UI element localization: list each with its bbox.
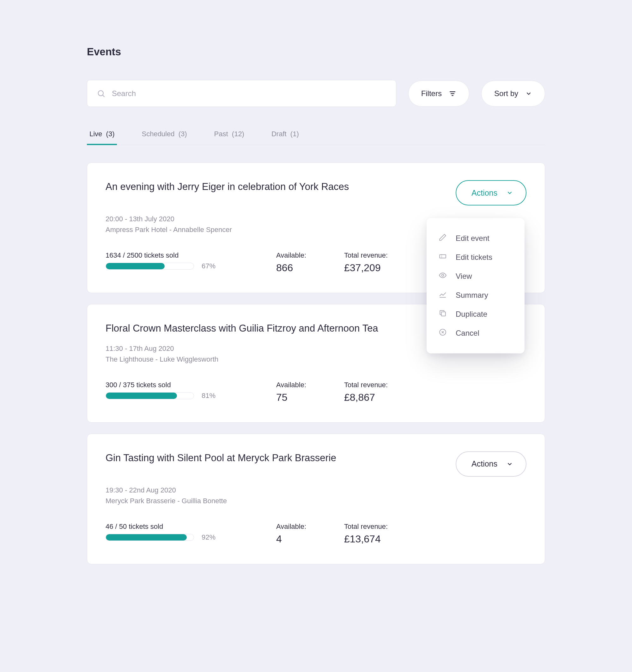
search-icon [97,89,105,98]
filters-label: Filters [421,89,442,98]
cancel-icon [439,328,447,338]
progress-bar [105,263,194,270]
svg-rect-3 [451,93,455,94]
menu-item-edit-tickets[interactable]: Edit tickets [427,248,525,267]
menu-item-label: Summary [456,291,488,299]
tabs: Live (3)Scheduled (3)Past (12)Draft (1) [87,124,545,145]
svg-rect-9 [441,312,445,316]
event-title: Floral Crown Masterclass with Guilia Fit… [105,322,378,335]
chevron-down-icon [506,460,513,467]
svg-line-1 [103,95,104,97]
tab-live[interactable]: Live (3) [87,124,117,145]
revenue-value: £13,674 [344,533,388,545]
tab-past[interactable]: Past (12) [212,124,247,145]
progress-percent: 92% [202,533,216,542]
progress-bar [105,534,194,541]
menu-item-cancel[interactable]: Cancel [427,324,525,343]
page-title: Events [87,46,545,58]
chart-icon [439,290,447,300]
menu-item-label: Cancel [456,329,479,338]
eye-icon [439,271,447,281]
chevron-down-icon [506,189,513,196]
sort-button[interactable]: Sort by [481,80,545,106]
sort-label: Sort by [494,89,518,98]
svg-point-7 [442,274,444,277]
menu-item-edit-event[interactable]: Edit event [427,229,525,248]
available-value: 4 [276,533,306,545]
actions-button[interactable]: Actions [456,180,527,206]
event-venue-host: Meryck Park Brasserie - Guillia Bonette [105,497,527,505]
progress-percent: 67% [202,262,216,270]
actions-button[interactable]: Actions [456,451,527,477]
available-value: 75 [276,392,306,403]
event-venue-host: The Lighthouse - Luke Wigglesworth [105,355,527,363]
pencil-icon [439,233,447,243]
actions-menu: Edit eventEdit ticketsViewSummaryDuplica… [427,218,525,353]
progress-percent: 81% [202,392,216,400]
revenue-value: £8,867 [344,392,388,403]
ticket-icon [439,252,447,262]
filter-icon [449,90,456,97]
revenue-value: £37,209 [344,262,388,274]
actions-label: Actions [471,459,497,469]
menu-item-label: Edit tickets [456,253,492,262]
filters-button[interactable]: Filters [408,80,469,106]
tickets-sold-label: 300 / 375 tickets sold [105,381,238,389]
available-label: Available: [276,251,306,260]
search-input[interactable] [112,89,387,98]
tickets-sold-label: 46 / 50 tickets sold [105,523,238,531]
menu-item-label: View [456,272,472,281]
menu-item-label: Duplicate [456,310,487,319]
actions-label: Actions [471,188,497,197]
available-value: 866 [276,262,306,274]
event-title: An evening with Jerry Eiger in celebrati… [105,180,349,193]
svg-rect-5 [440,255,446,258]
progress-bar [105,392,194,399]
event-card: Gin Tasting with Silent Pool at Meryck P… [87,434,545,564]
revenue-label: Total revenue: [344,381,388,389]
available-label: Available: [276,381,306,389]
tickets-sold-label: 1634 / 2500 tickets sold [105,251,238,260]
event-title: Gin Tasting with Silent Pool at Meryck P… [105,451,336,465]
menu-item-label: Edit event [456,234,489,243]
controls-row: Filters Sort by [87,80,545,107]
tab-scheduled[interactable]: Scheduled (3) [139,124,189,145]
svg-rect-4 [452,95,454,96]
svg-point-0 [98,90,103,95]
menu-item-duplicate[interactable]: Duplicate [427,305,525,324]
chevron-down-icon [525,90,532,97]
event-datetime: 19:30 - 22nd Aug 2020 [105,486,527,494]
menu-item-summary[interactable]: Summary [427,286,525,305]
events-list: An evening with Jerry Eiger in celebrati… [87,163,545,564]
svg-rect-2 [450,91,455,92]
tab-draft[interactable]: Draft (1) [269,124,301,145]
available-label: Available: [276,523,306,531]
revenue-label: Total revenue: [344,523,388,531]
search-box[interactable] [87,80,396,107]
duplicate-icon [439,309,447,319]
revenue-label: Total revenue: [344,251,388,260]
menu-item-view[interactable]: View [427,267,525,286]
